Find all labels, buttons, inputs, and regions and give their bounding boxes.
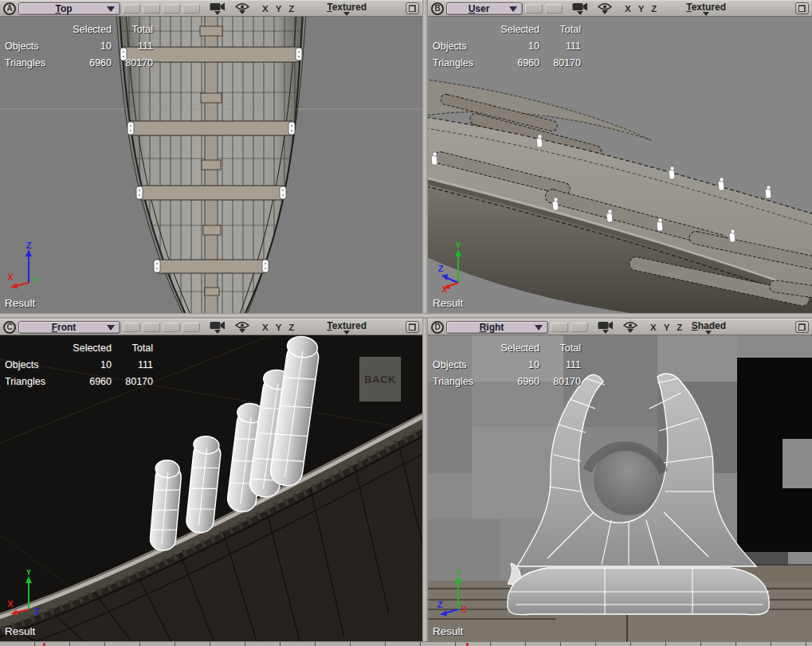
axis-z-button[interactable]: Z: [677, 323, 682, 332]
axis-y-button[interactable]: Y: [638, 4, 645, 14]
svg-text:X: X: [7, 599, 14, 609]
application-window: A Top X Y Z Textured: [0, 0, 812, 646]
viewport-c: C Front X Y Z Textured: [0, 319, 422, 641]
viewport-d: D Right X Y Z Shaded: [428, 319, 812, 641]
view-type-label: User: [469, 3, 490, 14]
chevron-down-icon: [535, 325, 543, 331]
scene-stats: SelectedTotal Objects10111 Triangles6960…: [433, 343, 581, 387]
memo-cam-button[interactable]: [163, 323, 180, 332]
svg-text:X: X: [461, 605, 467, 614]
chevron-down-icon: [214, 330, 221, 334]
display-mode-dropdown[interactable]: Textured: [327, 320, 367, 335]
viewport-letter-button[interactable]: B: [431, 2, 444, 15]
memo-cam-button[interactable]: [123, 323, 140, 332]
maximize-viewport-button[interactable]: [795, 2, 809, 14]
svg-text:Z: Z: [34, 606, 40, 616]
axis-z-button[interactable]: Z: [288, 323, 294, 332]
svg-text:Y: Y: [33, 276, 39, 285]
axis-gizmo: Z X Y: [6, 241, 51, 292]
camera-menu-button[interactable]: [210, 320, 226, 334]
axis-y-button[interactable]: Y: [276, 4, 282, 14]
viewport-b-header: B User X Y Z Textured: [428, 0, 812, 17]
camera-menu-button[interactable]: [210, 2, 226, 15]
axis-x-button[interactable]: X: [650, 323, 657, 332]
memo-cam-button[interactable]: [182, 323, 200, 332]
memo-cam-button[interactable]: [182, 4, 200, 14]
chevron-down-icon: [509, 6, 517, 12]
result-label: Result: [433, 625, 463, 637]
maximize-viewport-button[interactable]: [406, 321, 419, 333]
view-type-dropdown[interactable]: User: [446, 2, 523, 15]
display-mode-label: Textured: [686, 2, 726, 13]
axis-z-button[interactable]: Z: [288, 4, 294, 14]
maximize-viewport-button[interactable]: [795, 321, 809, 333]
display-mode-dropdown[interactable]: Textured: [327, 2, 367, 16]
axis-x-button[interactable]: X: [625, 4, 631, 14]
view-type-label: Top: [55, 3, 72, 14]
axis-y-button[interactable]: Y: [276, 323, 282, 332]
viewport-b: B User X Y Z Textured: [428, 0, 812, 313]
scene-stats: SelectedTotal Objects10111 Triangles6960…: [5, 24, 153, 69]
chevron-down-icon: [343, 331, 350, 335]
visibility-menu-button[interactable]: [235, 321, 249, 333]
view-type-dropdown[interactable]: Front: [18, 321, 120, 334]
memo-cam-button[interactable]: [571, 323, 588, 332]
timeline-marker: [43, 643, 45, 646]
result-label: Result: [433, 297, 463, 309]
viewport-c-canvas[interactable]: BACK SelectedTotal Objects10111 Triangle…: [0, 335, 422, 641]
chevron-down-icon: [343, 12, 350, 16]
chevron-down-icon: [107, 6, 115, 12]
chevron-down-icon: [602, 10, 608, 14]
memo-cam-button[interactable]: [545, 4, 563, 14]
display-mode-dropdown[interactable]: Textured: [686, 2, 726, 16]
svg-text:Z: Z: [437, 600, 443, 609]
view-type-dropdown[interactable]: Right: [446, 321, 548, 334]
visibility-menu-button[interactable]: [623, 321, 637, 333]
visibility-menu-button[interactable]: [598, 2, 612, 14]
viewport-a-header: A Top X Y Z Textured: [0, 0, 422, 17]
chevron-down-icon: [703, 12, 709, 16]
chevron-down-icon: [577, 11, 583, 15]
memo-cam-button[interactable]: [143, 4, 160, 14]
svg-text:Z: Z: [26, 241, 32, 250]
viewport-a-canvas[interactable]: SelectedTotal Objects10111 Triangles6960…: [0, 17, 422, 313]
chevron-down-icon: [214, 11, 221, 15]
viewport-divider-vertical[interactable]: [422, 0, 428, 641]
axis-gizmo: Y Z X: [434, 570, 479, 621]
chevron-down-icon: [107, 325, 115, 331]
memo-cam-button[interactable]: [551, 323, 568, 332]
view-type-label: Front: [52, 322, 76, 333]
chevron-down-icon: [602, 330, 609, 334]
axis-y-button[interactable]: Y: [664, 323, 670, 332]
viewport-d-canvas[interactable]: SelectedTotal Objects10111 Triangles6960…: [428, 335, 812, 641]
svg-text:Z: Z: [438, 264, 444, 273]
camera-menu-button[interactable]: [572, 2, 588, 15]
scene-stats: SelectedTotal Objects10111 Triangles6960…: [433, 24, 581, 69]
viewport-letter-button[interactable]: A: [3, 2, 16, 15]
axis-x-button[interactable]: X: [262, 4, 269, 14]
maximize-viewport-button[interactable]: [406, 2, 419, 14]
view-type-label: Right: [480, 322, 504, 333]
bottom-ruler[interactable]: [0, 641, 812, 646]
viewport-c-header: C Front X Y Z Textured: [0, 319, 422, 335]
axis-x-button[interactable]: X: [262, 323, 269, 332]
view-type-dropdown[interactable]: Top: [18, 2, 120, 15]
memo-cam-button[interactable]: [143, 323, 160, 332]
result-label: Result: [5, 297, 35, 309]
memo-cam-button[interactable]: [163, 4, 180, 14]
visibility-menu-button[interactable]: [235, 2, 249, 14]
axis-gizmo: Y Z X: [434, 241, 479, 292]
viewport-letter-button[interactable]: C: [3, 321, 16, 334]
scene-stats: SelectedTotal Objects10111 Triangles6960…: [5, 343, 153, 387]
memo-cam-button[interactable]: [123, 4, 140, 14]
svg-text:Y: Y: [455, 241, 461, 250]
camera-menu-button[interactable]: [598, 320, 614, 334]
display-mode-dropdown[interactable]: Shaded: [692, 320, 726, 335]
viewport-b-canvas[interactable]: SelectedTotal Objects10111 Triangles6960…: [428, 17, 812, 313]
back-button[interactable]: BACK: [359, 357, 401, 401]
timeline-marker: [466, 643, 469, 646]
memo-cam-button[interactable]: [525, 4, 543, 14]
viewport-divider-horizontal[interactable]: [0, 313, 812, 319]
axis-z-button[interactable]: Z: [651, 4, 657, 14]
viewport-letter-button[interactable]: D: [431, 321, 444, 334]
